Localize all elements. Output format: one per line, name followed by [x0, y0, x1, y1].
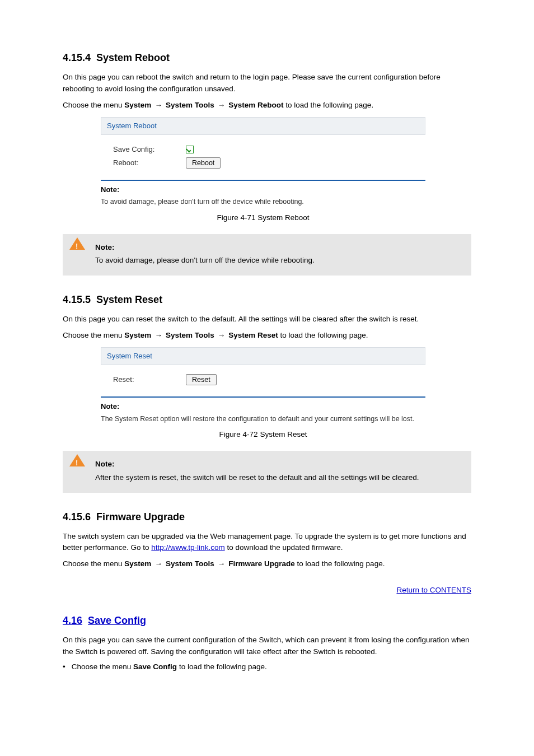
reset-intro: On this page you can reset the switch to…: [63, 314, 471, 325]
note-text: The System Reset option will restore the…: [101, 414, 425, 424]
reset-figure: System Reset Reset: Reset Note: The Syst…: [101, 347, 471, 424]
panel-title-reboot: System Reboot: [101, 117, 425, 135]
panel-title-reset: System Reset: [101, 347, 425, 365]
note-title: Note:: [101, 401, 425, 412]
heading-number-link[interactable]: 4.16: [63, 615, 82, 626]
crumb-label: Choose the menu: [63, 331, 123, 339]
section-heading-save: 4.16 Save Config: [63, 613, 471, 629]
crumb-part-3: Firmware Upgrade: [228, 559, 295, 568]
heading-number: 4.15.4: [63, 52, 91, 63]
reboot-warning-callout: Note: To avoid damage, please don't turn…: [63, 234, 471, 276]
callout-title: Note:: [95, 242, 460, 254]
reset-breadcrumb: Choose the menu System → System Tools → …: [63, 330, 471, 342]
return-link-row: Return to CONTENTS: [63, 585, 471, 596]
crumb-tail: to load the following page.: [297, 559, 385, 568]
crumb-part-3: System Reset: [228, 331, 278, 339]
crumb-part-1: System: [124, 331, 151, 339]
reset-label: Reset:: [113, 374, 186, 385]
crumb-tail: to load the following page.: [280, 331, 368, 339]
crumb-label: Choose the menu: [63, 559, 123, 568]
section-heading-reboot: 4.15.4 System Reboot: [63, 50, 471, 66]
reset-button[interactable]: Reset: [186, 374, 217, 385]
arrow-icon: →: [153, 558, 163, 570]
arrow-icon: →: [216, 100, 226, 111]
figure-caption-reset: Figure 4-72 System Reset: [101, 429, 425, 441]
save-config-label: Save Config:: [113, 144, 186, 155]
arrow-icon: →: [153, 330, 163, 342]
tp-link-url[interactable]: http://www.tp-link.com: [151, 543, 224, 552]
crumb-label: Choose the menu: [63, 101, 123, 109]
reboot-figure: System Reboot Save Config: Reboot: Reboo…: [101, 117, 471, 208]
divider: [101, 180, 425, 181]
reboot-label: Reboot:: [113, 157, 186, 169]
reset-warning-callout: Note: After the system is reset, the swi…: [63, 451, 471, 493]
save-bullet: • Choose the menu Save Config to load th…: [63, 661, 471, 673]
crumb-part-3: System Reboot: [228, 101, 283, 109]
save-bullet-b: Save Config: [133, 662, 177, 671]
crumb-part-1: System: [124, 559, 151, 568]
crumb-part-1: System: [124, 101, 151, 109]
crumb-part-2: System Tools: [166, 559, 214, 568]
section-heading-firmware: 4.15.6 Firmware Upgrade: [63, 510, 471, 525]
firmware-breadcrumb: Choose the menu System → System Tools → …: [63, 558, 471, 570]
heading-number: 4.15.6: [63, 511, 91, 522]
reboot-intro: On this page you can reboot the switch a…: [63, 72, 471, 95]
heading-number: 4.15.5: [63, 294, 91, 305]
callout-title: Note:: [95, 459, 460, 470]
firmware-text-b: to download the updated firmware.: [227, 543, 343, 552]
arrow-icon: →: [216, 558, 226, 570]
return-to-contents-link[interactable]: Return to CONTENTS: [396, 586, 471, 594]
warning-triangle-icon: [69, 237, 85, 250]
heading-text: System Reset: [96, 294, 162, 305]
reboot-button[interactable]: Reboot: [186, 157, 221, 169]
heading-text: System Reboot: [96, 52, 170, 63]
section-heading-reset: 4.15.5 System Reset: [63, 292, 471, 308]
reboot-breadcrumb: Choose the menu System → System Tools → …: [63, 100, 471, 111]
warning-triangle-icon: [69, 454, 85, 466]
crumb-part-2: System Tools: [166, 331, 214, 339]
arrow-icon: →: [216, 330, 226, 342]
save-intro: On this page you can save the current co…: [63, 634, 471, 658]
crumb-part-2: System Tools: [166, 101, 214, 109]
note-title: Note:: [101, 184, 425, 195]
save-bullet-a: Choose the menu: [72, 662, 133, 671]
firmware-intro: The switch system can be upgraded via th…: [63, 531, 471, 554]
heading-text: Firmware Upgrade: [96, 511, 185, 522]
callout-text: After the system is reset, the switch wi…: [95, 472, 460, 484]
save-config-checkbox[interactable]: [186, 146, 194, 153]
note-text: To avoid damage, please don't turn off t…: [101, 197, 425, 207]
heading-text-link[interactable]: Save Config: [88, 615, 146, 626]
bullet-icon: •: [63, 661, 69, 673]
arrow-icon: →: [153, 100, 163, 111]
save-bullet-c: to load the following page.: [179, 662, 267, 671]
divider: [101, 396, 425, 398]
callout-text: To avoid damage, please don't turn off t…: [95, 255, 460, 267]
crumb-tail: to load the following page.: [285, 101, 373, 109]
figure-caption-reboot: Figure 4-71 System Reboot: [101, 212, 425, 224]
